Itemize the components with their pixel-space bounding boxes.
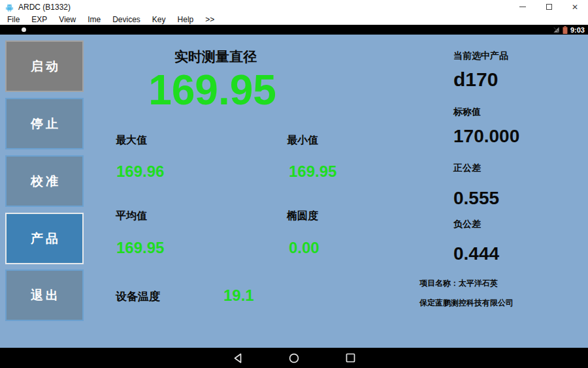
product-button[interactable]: 产品 — [5, 213, 84, 264]
android-nav-bar — [0, 348, 588, 368]
exit-button[interactable]: 退出 — [5, 269, 84, 321]
menu-file[interactable]: File — [1, 15, 25, 24]
nominal-label: 标称值 — [453, 106, 481, 118]
menu-help[interactable]: Help — [172, 15, 200, 24]
nominal-value: 170.000 — [453, 126, 519, 147]
window-controls: ✕ — [510, 0, 588, 14]
avg-label: 平均值 — [116, 209, 147, 223]
recents-button[interactable] — [344, 352, 356, 364]
ovality-label: 椭圆度 — [287, 209, 318, 223]
window-title: ARDC (B1332) — [18, 3, 71, 12]
menu-more[interactable]: >> — [199, 15, 220, 24]
max-value: 169.96 — [116, 162, 164, 181]
maximize-button[interactable] — [536, 0, 562, 14]
no-signal-icon — [553, 26, 560, 33]
stop-button[interactable]: 停止 — [5, 98, 84, 149]
device-temp-value: 19.1 — [223, 286, 254, 305]
minimize-icon — [519, 7, 526, 7]
back-button[interactable] — [232, 352, 244, 364]
menubar: File EXP View Ime Devices Key Help >> — [0, 14, 588, 25]
menu-ime[interactable]: Ime — [82, 15, 106, 24]
battery-low-icon — [563, 26, 568, 34]
status-icons: 9:03 — [553, 25, 585, 35]
menu-key[interactable]: Key — [146, 15, 172, 24]
home-icon — [289, 353, 299, 363]
close-button[interactable]: ✕ — [562, 0, 588, 14]
min-value: 169.95 — [289, 162, 336, 181]
ovality-value: 0.00 — [289, 239, 319, 257]
close-icon: ✕ — [572, 3, 578, 11]
project-name: 项目名称：太平洋石英 — [419, 278, 498, 289]
menu-view[interactable]: View — [53, 15, 82, 24]
minimize-button[interactable] — [510, 0, 536, 14]
menu-devices[interactable]: Devices — [106, 15, 146, 24]
android-app-icon — [5, 3, 14, 11]
ardc-window: ARDC (B1332) ✕ File EXP View Ime Devices… — [0, 0, 588, 368]
neg-tolerance-value: 0.444 — [453, 243, 499, 264]
app-content: 启动 停止 校准 产品 退出 实时测量直径 169.95 最大值 169.96 … — [0, 35, 588, 348]
measurement-title: 实时测量直径 — [118, 48, 314, 66]
device-temp-label: 设备温度 — [116, 289, 160, 304]
home-button[interactable] — [288, 352, 300, 364]
current-diameter-value: 169.95 — [98, 66, 327, 114]
calibrate-button[interactable]: 校准 — [5, 155, 84, 207]
notification-dot-icon — [22, 27, 26, 32]
max-label: 最大值 — [116, 134, 147, 147]
avg-value: 169.95 — [116, 239, 164, 257]
min-label: 最小值 — [287, 134, 318, 147]
status-time: 9:03 — [570, 26, 585, 34]
selected-product-label: 当前选中产品 — [453, 50, 508, 62]
selected-product-value: d170 — [453, 69, 498, 91]
menu-exp[interactable]: EXP — [25, 15, 53, 24]
pos-tolerance-label: 正公差 — [453, 162, 481, 174]
maximize-icon — [546, 4, 552, 10]
recents-icon — [346, 353, 355, 363]
back-icon — [233, 353, 242, 363]
start-button[interactable]: 启动 — [5, 40, 84, 92]
android-status-bar: 9:03 — [0, 25, 588, 35]
window-titlebar: ARDC (B1332) ✕ — [0, 0, 588, 14]
neg-tolerance-label: 负公差 — [453, 219, 481, 230]
company-name: 保定蓝鹏测控科技有限公司 — [419, 298, 514, 309]
pos-tolerance-value: 0.555 — [453, 188, 499, 209]
